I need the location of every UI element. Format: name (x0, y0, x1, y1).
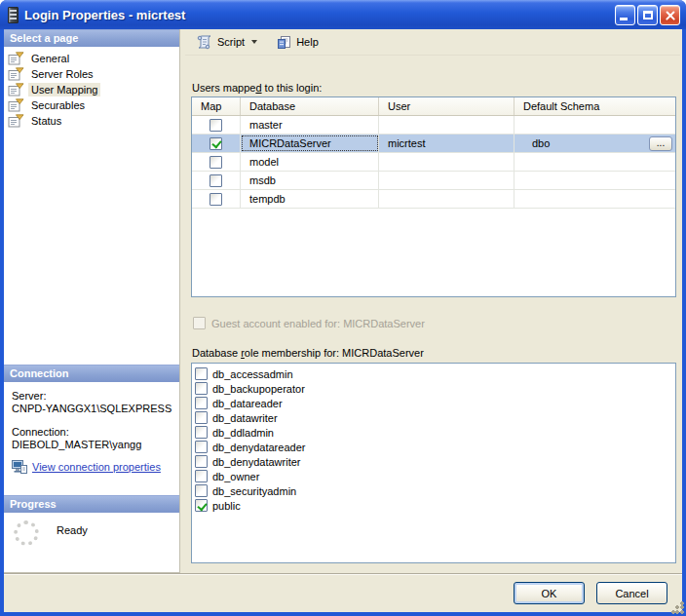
close-button[interactable] (660, 5, 680, 25)
map-cell[interactable] (192, 172, 241, 189)
page-icon (8, 114, 24, 128)
window-icon (8, 7, 19, 23)
server-label: Server: (12, 390, 179, 403)
user-cell[interactable] (379, 172, 514, 189)
user-cell[interactable] (379, 153, 514, 171)
table-row[interactable]: master ... (192, 116, 675, 135)
database-cell[interactable]: model (241, 153, 379, 171)
role-label: db_owner (212, 471, 259, 482)
database-cell[interactable]: tempdb (241, 190, 379, 208)
default-schema-cell[interactable]: ... (514, 172, 675, 189)
progress-status: Ready (57, 524, 88, 536)
connection-value: DIEBOLD_MASTER\yangg (12, 439, 179, 451)
sidebar-page-item[interactable]: Status (4, 113, 179, 129)
role-checkbox[interactable] (195, 441, 208, 453)
minimize-icon (620, 18, 628, 20)
server-value: CNPD-YANGGX1\SQLEXPRESS (12, 403, 179, 415)
maximize-button[interactable] (637, 5, 658, 25)
help-button[interactable]: Help (272, 32, 324, 53)
map-cell[interactable] (192, 190, 241, 208)
resize-grip[interactable] (671, 601, 684, 614)
page-icon (8, 98, 24, 112)
role-checkbox[interactable] (195, 470, 208, 482)
role-list-item[interactable]: db_ddladmin (195, 425, 675, 440)
guest-account-checkbox (193, 317, 206, 329)
role-label: public (212, 500, 241, 512)
page-list: General Server Roles User Mapping (4, 47, 179, 365)
role-list-item[interactable]: db_owner (195, 469, 675, 483)
table-row[interactable]: MICRDataServer micrtest dbo ... (192, 135, 675, 153)
users-mapped-label: Users mapped to this login: (192, 82, 322, 94)
role-label: db_denydatareader (212, 442, 305, 453)
connection-box: Server: CNPD-YANGGX1\SQLEXPRESS Connecti… (4, 382, 179, 495)
view-connection-properties-link[interactable]: View connection properties (32, 461, 161, 474)
database-cell[interactable]: master (241, 116, 379, 134)
database-cell[interactable]: MICRDataServer (241, 135, 379, 152)
role-membership-label: Database role membership for: MICRDataSe… (192, 347, 424, 359)
map-checkbox[interactable] (210, 156, 222, 169)
role-checkbox[interactable] (195, 426, 208, 439)
map-checkbox[interactable] (210, 137, 222, 150)
titlebar: Login Properties - micrtest (0, 0, 686, 29)
guest-account-row: Guest account enabled for: MICRDataServe… (193, 317, 425, 329)
script-icon (197, 35, 213, 50)
sidebar-page-item[interactable]: User Mapping (4, 82, 179, 97)
browse-schema-button[interactable]: ... (649, 136, 672, 151)
role-checkbox[interactable] (195, 411, 208, 424)
cancel-button[interactable]: Cancel (596, 582, 667, 604)
default-schema-cell[interactable]: ... (514, 116, 675, 134)
sidebar-page-item[interactable]: Server Roles (4, 66, 179, 82)
role-label: db_denydatawriter (212, 456, 301, 468)
maximize-icon (643, 11, 653, 19)
role-list-item[interactable]: db_securityadmin (195, 483, 675, 498)
table-row[interactable]: tempdb ... (192, 190, 675, 209)
select-a-page-header: Select a page (4, 29, 179, 47)
map-cell[interactable] (192, 116, 241, 134)
role-checkbox[interactable] (195, 397, 208, 409)
role-checkbox[interactable] (195, 484, 208, 497)
sidebar-page-item[interactable]: Securables (4, 97, 179, 113)
column-header-database: Database (241, 97, 379, 115)
ok-button[interactable]: OK (514, 582, 585, 604)
role-checkbox[interactable] (195, 499, 208, 512)
default-schema-cell[interactable]: dbo ... (514, 135, 675, 152)
map-cell[interactable] (192, 153, 241, 171)
role-label: db_backupoperator (212, 383, 305, 395)
script-dropdown-icon[interactable] (251, 40, 257, 44)
column-header-default-schema: Default Schema (514, 97, 675, 115)
table-row[interactable]: msdb ... (192, 172, 675, 190)
role-list-item[interactable]: db_datawriter (195, 410, 675, 425)
script-button[interactable]: Script (192, 32, 262, 53)
role-label: db_accessadmin (212, 368, 293, 380)
role-list-item[interactable]: db_accessadmin (195, 366, 675, 381)
default-schema-cell[interactable]: ... (514, 190, 675, 208)
role-list-item[interactable]: public (195, 498, 675, 513)
user-cell[interactable] (379, 116, 514, 134)
table-row[interactable]: model ... (192, 153, 675, 172)
role-checkbox[interactable] (195, 455, 208, 468)
map-cell[interactable] (192, 135, 241, 152)
role-checkbox[interactable] (195, 367, 208, 380)
default-schema-cell[interactable]: ... (514, 153, 675, 171)
map-checkbox[interactable] (210, 193, 222, 206)
toolbar: Script Help (185, 29, 680, 56)
progress-spinner-icon (14, 520, 39, 546)
map-checkbox[interactable] (210, 174, 222, 187)
window-title: Login Properties - micrtest (24, 8, 615, 22)
minimize-button[interactable] (615, 5, 635, 25)
user-cell[interactable] (379, 190, 514, 208)
role-list-item[interactable]: db_denydatareader (195, 440, 675, 454)
role-label: db_datawriter (212, 412, 278, 424)
sidebar-page-label: User Mapping (28, 83, 100, 96)
role-list-item[interactable]: db_backupoperator (195, 381, 675, 396)
role-checkbox[interactable] (195, 382, 208, 395)
sidebar-page-item[interactable]: General (4, 51, 179, 66)
database-cell[interactable]: msdb (241, 172, 379, 189)
map-checkbox[interactable] (210, 119, 222, 132)
sidebar-page-label: General (28, 52, 72, 65)
role-list-item[interactable]: db_denydatawriter (195, 454, 675, 469)
left-panel: Select a page General Server Roles (4, 29, 180, 573)
user-cell[interactable]: micrtest (379, 135, 514, 152)
page-icon (8, 83, 24, 96)
role-list-item[interactable]: db_datareader (195, 396, 675, 410)
